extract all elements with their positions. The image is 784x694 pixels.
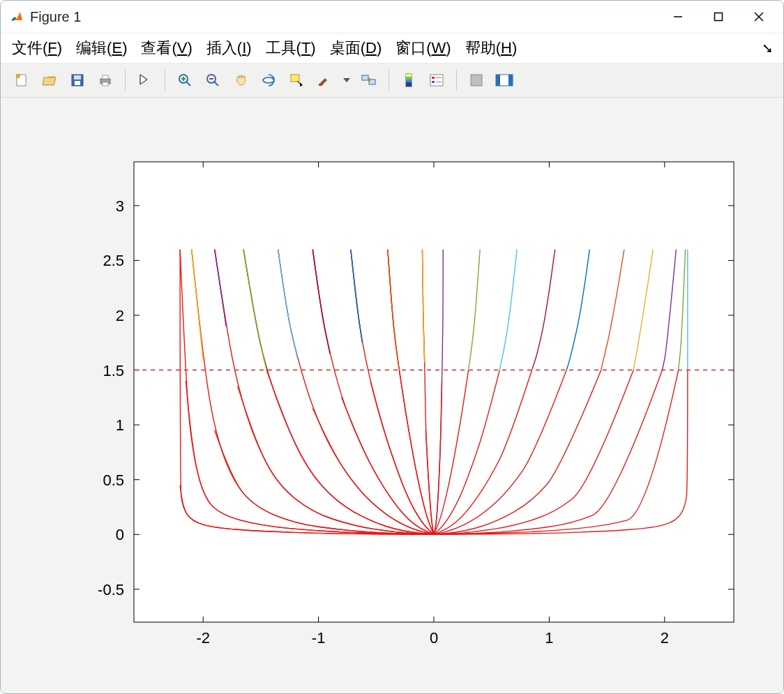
insert-colorbar-button[interactable]: [398, 69, 420, 91]
svg-marker-24: [300, 82, 303, 86]
svg-text:1.5: 1.5: [103, 362, 124, 379]
maximize-button[interactable]: [698, 3, 739, 31]
svg-rect-30: [406, 74, 412, 77]
svg-text:-2: -2: [196, 629, 210, 647]
svg-rect-33: [406, 82, 412, 86]
rotate-3d-button[interactable]: [257, 69, 280, 91]
titlebar: Figure 1: [1, 1, 783, 33]
link-button[interactable]: [358, 69, 380, 91]
svg-point-6: [17, 75, 20, 78]
svg-text:-0.5: -0.5: [98, 581, 124, 598]
svg-text:0: 0: [116, 526, 124, 543]
svg-text:2.5: 2.5: [103, 252, 124, 269]
data-cursor-button[interactable]: [285, 69, 308, 91]
figure-window: Figure 1 文件(F) 编辑(E) 查看(V) 插入(I) 工具(T) 桌…: [0, 0, 784, 694]
svg-text:2: 2: [661, 629, 669, 647]
show-tools-button[interactable]: [493, 69, 515, 91]
hide-tools-button[interactable]: [465, 69, 488, 91]
menu-view[interactable]: 查看(V): [134, 35, 199, 61]
open-button[interactable]: [38, 69, 61, 91]
svg-rect-25: [319, 84, 322, 86]
edit-plot-button[interactable]: [134, 69, 156, 91]
matlab-icon: [9, 9, 24, 24]
svg-rect-39: [471, 75, 482, 86]
svg-rect-31: [406, 77, 412, 80]
svg-line-18: [214, 82, 218, 86]
svg-text:2: 2: [116, 307, 124, 324]
dock-arrow-icon[interactable]: ➘: [762, 40, 779, 56]
svg-rect-27: [362, 75, 368, 80]
svg-text:1: 1: [545, 629, 553, 647]
svg-line-14: [186, 82, 190, 86]
menu-desktop[interactable]: 桌面(D): [323, 35, 389, 61]
svg-rect-11: [103, 75, 108, 79]
print-button[interactable]: [94, 69, 116, 91]
brush-dropdown-button[interactable]: [341, 69, 352, 91]
svg-rect-35: [432, 77, 435, 79]
menu-edit[interactable]: 编辑(E): [69, 35, 134, 61]
svg-rect-43: [134, 162, 734, 622]
zoom-out-button[interactable]: [202, 69, 224, 91]
svg-text:3: 3: [116, 197, 124, 215]
svg-marker-26: [343, 78, 350, 82]
toolbar: [1, 63, 783, 98]
zoom-in-button[interactable]: [174, 69, 196, 91]
new-figure-button[interactable]: [10, 69, 33, 91]
svg-rect-1: [715, 13, 723, 21]
brush-button[interactable]: [313, 69, 336, 91]
svg-text:1: 1: [116, 416, 124, 434]
pan-button[interactable]: [229, 69, 252, 91]
menu-insert[interactable]: 插入(I): [199, 35, 259, 61]
svg-rect-37: [432, 81, 435, 83]
insert-legend-button[interactable]: [425, 69, 448, 91]
axes[interactable]: -2-1012-0.500.511.522.53: [36, 120, 748, 671]
svg-text:-1: -1: [312, 629, 326, 647]
menubar: 文件(F) 编辑(E) 查看(V) 插入(I) 工具(T) 桌面(D) 窗口(W…: [1, 33, 783, 63]
minimize-button[interactable]: [658, 3, 698, 31]
window-title: Figure 1: [30, 9, 81, 25]
close-button[interactable]: [739, 3, 779, 31]
svg-text:0: 0: [430, 629, 438, 647]
svg-rect-32: [406, 80, 412, 82]
menu-window[interactable]: 窗口(W): [389, 35, 458, 61]
svg-rect-12: [103, 82, 108, 86]
svg-rect-22: [291, 75, 299, 82]
svg-text:0.5: 0.5: [103, 472, 124, 489]
menu-help[interactable]: 帮助(H): [458, 35, 525, 61]
menu-file[interactable]: 文件(F): [5, 35, 69, 61]
svg-rect-34: [430, 75, 443, 86]
svg-rect-42: [508, 75, 513, 86]
figure-canvas[interactable]: -2-1012-0.500.511.522.53: [1, 98, 783, 693]
save-button[interactable]: [66, 69, 89, 91]
svg-rect-8: [74, 75, 81, 80]
svg-rect-41: [496, 75, 500, 86]
menu-tools[interactable]: 工具(T): [259, 35, 323, 61]
svg-rect-9: [75, 81, 80, 85]
